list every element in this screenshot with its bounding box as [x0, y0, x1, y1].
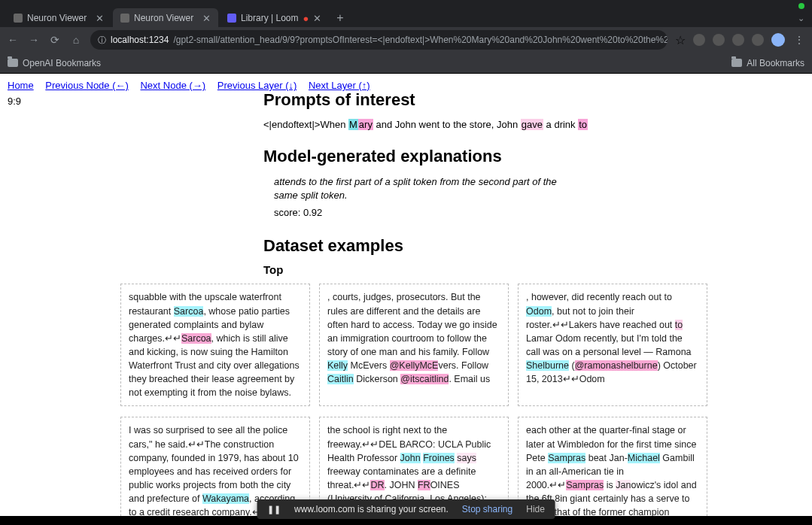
extension-icon[interactable] [732, 34, 744, 46]
token-highlight: gave [521, 119, 543, 130]
example-text: . Email us [449, 374, 490, 384]
token-highlight: to [675, 320, 683, 330]
token-highlight: Sampras [566, 480, 604, 490]
example-text: Dickerson [354, 374, 401, 384]
favicon [14, 14, 23, 23]
favicon [120, 14, 129, 23]
token-highlight: Sarcoa [181, 333, 211, 344]
token-highlight: DR [370, 480, 384, 490]
extension-icon[interactable] [693, 34, 705, 46]
home-link[interactable]: Home [8, 80, 34, 91]
example-text: ( [569, 360, 575, 371]
bookmark-label: OpenAI Bookmarks [23, 58, 101, 68]
example-text: McEvers [348, 360, 390, 371]
nav-links: Home Previous Node (←) Next Node (→) Pre… [8, 80, 804, 91]
score-label: score: [274, 207, 303, 218]
example-card: , however, did recently reach out to Odo… [518, 284, 707, 406]
close-icon[interactable]: ✕ [202, 13, 211, 24]
pause-icon[interactable]: ❚❚ [267, 505, 281, 514]
token-highlight: M [348, 119, 358, 130]
tab-title: Neuron Viewer [134, 13, 193, 23]
prev-node-link[interactable]: Previous Node (←) [45, 80, 129, 91]
score-value: 0.92 [303, 207, 322, 218]
screen-share-banner: ❚❚ www.loom.com is sharing your screen. … [257, 499, 555, 519]
token-highlight: Froines [423, 453, 455, 463]
token-highlight: Sampras [548, 453, 585, 463]
token-highlight: Shelburne [526, 360, 569, 371]
example-text: is [604, 480, 616, 490]
close-icon[interactable]: ✕ [96, 13, 104, 24]
example-text: vers. Follow [438, 360, 488, 371]
browser-tab[interactable]: Library | Loom ● ✕ [220, 8, 329, 29]
favicon [227, 14, 236, 23]
share-message: www.loom.com is sharing your screen. [294, 504, 449, 514]
folder-icon [731, 59, 742, 67]
token-highlight: Jan [616, 480, 631, 490]
url-host: localhost:1234 [111, 35, 169, 45]
close-icon[interactable]: ✕ [313, 13, 321, 24]
top-subheading: Top [263, 263, 804, 276]
mac-window-controls [798, 3, 804, 9]
token-highlight: ary [358, 119, 373, 130]
extension-icon[interactable] [713, 34, 725, 46]
recording-icon: ● [303, 13, 309, 24]
forward-button[interactable]: → [27, 34, 41, 46]
browser-tab[interactable]: Neuron Viewer ✕ [6, 8, 111, 29]
new-tab-button[interactable]: + [330, 11, 349, 25]
token-highlight: @KellyMcE [390, 360, 439, 371]
token-highlight: John [400, 453, 421, 463]
page-content: Home Previous Node (←) Next Node (→) Pre… [0, 74, 812, 516]
model-explanations-heading: Model-generated explanations [263, 147, 804, 166]
address-bar-row: ← → ⟳ ⌂ ⓘ localhost:1234/gpt2-small/atte… [0, 27, 812, 53]
stop-sharing-button[interactable]: Stop sharing [462, 504, 512, 514]
folder-icon [8, 59, 18, 67]
next-layer-link[interactable]: Next Layer (↑) [309, 80, 370, 91]
menu-icon[interactable]: ⋮ [792, 34, 806, 46]
explanation-text: attends to the first part of a split tok… [274, 175, 560, 202]
token-highlight: says [457, 453, 476, 463]
token-highlight: Sarcoa [174, 306, 204, 317]
toolbar-right: ⋮ [693, 33, 806, 47]
token-highlight: Michael [628, 453, 660, 463]
token-highlight: FR [418, 480, 430, 490]
token-highlight: Wakayama [202, 493, 249, 504]
dataset-examples-heading: Dataset examples [263, 236, 804, 256]
extension-icon[interactable] [752, 34, 764, 46]
example-text: I was so surprised to see all the police… [129, 425, 299, 504]
bookmark-folder[interactable]: OpenAI Bookmarks [8, 58, 101, 68]
example-text: . JOHN [385, 480, 418, 490]
tab-title: Neuron Viewer [27, 13, 87, 23]
prompt-text: and John went to the store, John [373, 119, 521, 130]
example-card: , courts, judges, prosecutors. But the r… [319, 284, 509, 406]
reload-button[interactable]: ⟳ [48, 34, 62, 46]
all-bookmarks-button[interactable]: All Bookmarks [731, 58, 804, 68]
next-node-link[interactable]: Next Node (→) [140, 80, 205, 91]
token-highlight: Caitlin [327, 374, 354, 384]
token-highlight: Odom [526, 306, 552, 317]
url-bar[interactable]: ⓘ localhost:1234/gpt2-small/attention_he… [90, 30, 668, 50]
prev-layer-link[interactable]: Previous Layer (↓) [217, 80, 297, 91]
example-cards-row: squabble with the upscale waterfront res… [120, 284, 804, 406]
tab-dropdown-icon[interactable]: ⌄ [790, 14, 812, 23]
bookmark-star-icon[interactable]: ☆ [675, 33, 686, 47]
profile-avatar[interactable] [771, 33, 785, 47]
browser-tabbar: Neuron Viewer ✕ Neuron Viewer ✕ Library … [0, 0, 812, 27]
site-info-icon[interactable]: ⓘ [98, 35, 106, 46]
prompts-heading: Prompts of interest [263, 90, 804, 110]
mac-green-dot [798, 3, 804, 9]
score-line: score: 0.92 [274, 207, 804, 218]
prompt-text: <|endoftext|>When [263, 119, 348, 130]
token-highlight: @itscaitlind [400, 374, 449, 384]
token-highlight: Kelly [327, 360, 348, 371]
url-path: /gpt2-small/attention_head/9/9?promptsOf… [173, 35, 668, 45]
bookmark-label: All Bookmarks [747, 58, 804, 68]
browser-tab[interactable]: Neuron Viewer ✕ [113, 8, 218, 29]
main-column: Prompts of interest <|endoftext|>When Ma… [263, 90, 804, 516]
hide-banner-button[interactable]: Hide [526, 504, 545, 514]
example-card: squabble with the upscale waterfront res… [120, 284, 310, 406]
back-button[interactable]: ← [6, 34, 20, 46]
example-text: Lamar Odom recently, but I'm told the ca… [526, 333, 692, 357]
token-highlight: @ramonashelburne [575, 360, 658, 371]
home-button[interactable]: ⌂ [69, 34, 83, 46]
prompt-text: a drink [543, 119, 578, 130]
